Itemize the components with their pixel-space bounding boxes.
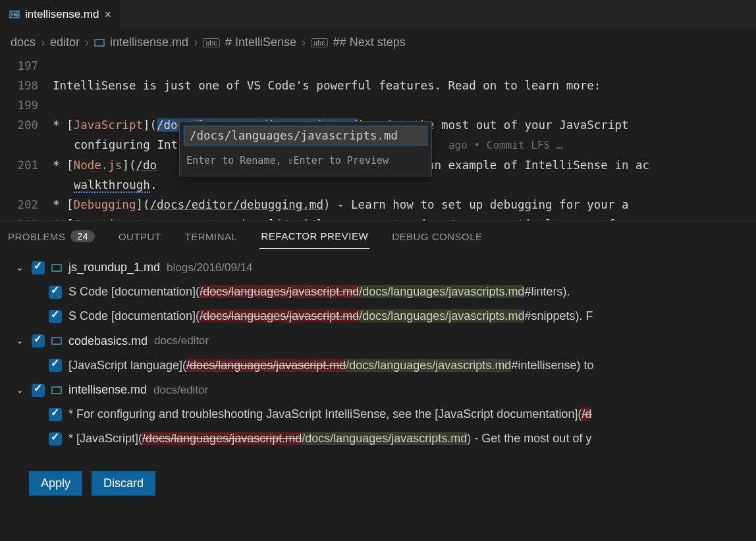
refactor-change-row[interactable]: S Code [documentation](/docs/languages/j…	[0, 280, 756, 304]
file-path: docs/editor	[153, 382, 208, 398]
line-number: 203	[0, 215, 53, 220]
breadcrumb-item[interactable]: docs	[11, 36, 36, 49]
markdown-file-icon	[51, 262, 62, 274]
refactor-preview-tree[interactable]: ⌄js_roundup_1.mdblogs/2016/09/14S Code […	[0, 249, 756, 462]
change-checkbox[interactable]	[49, 359, 62, 372]
code-editor[interactable]: 197 198IntelliSense is just one of VS Co…	[0, 56, 756, 220]
file-name: js_roundup_1.md	[68, 259, 160, 276]
tab-debug-console[interactable]: DEBUG CONSOLE	[391, 227, 483, 249]
change-checkbox[interactable]	[49, 286, 62, 299]
change-checkbox[interactable]	[49, 432, 62, 446]
refactor-change-row[interactable]: [JavaScript language](/docs/languages/ja…	[0, 353, 756, 378]
panel-tab-bar: PROBLEMS 24 OUTPUT TERMINAL REFACTOR PRE…	[0, 221, 756, 249]
file-path: docs/editor	[154, 333, 209, 349]
chevron-down-icon: ⌄	[16, 384, 25, 397]
editor-tab-intellisense[interactable]: intellisense.md ×	[0, 0, 121, 29]
line-number: 201	[0, 155, 53, 175]
code-text: * [Creating Language extensions](/api/la…	[53, 215, 629, 220]
apply-button[interactable]: Apply	[29, 471, 82, 496]
refactor-file-group[interactable]: ⌄intellisense.mddocs/editor	[0, 378, 756, 402]
file-checkbox[interactable]	[32, 384, 45, 397]
markdown-file-icon	[51, 335, 62, 347]
line-number: 202	[0, 195, 53, 215]
chevron-right-icon: ›	[85, 36, 89, 49]
change-checkbox[interactable]	[49, 408, 62, 421]
markdown-file-icon	[9, 9, 20, 20]
markdown-file-icon	[94, 37, 105, 49]
change-checkbox[interactable]	[49, 310, 62, 323]
symbol-string-icon: abc	[203, 38, 220, 47]
tab-terminal[interactable]: TERMINAL	[184, 227, 239, 249]
breadcrumb-item[interactable]: # IntelliSense	[225, 36, 296, 49]
line-number: 200	[0, 115, 53, 135]
refactor-file-group[interactable]: ⌄codebasics.mddocs/editor	[0, 329, 756, 353]
problems-count-badge: 24	[70, 230, 95, 242]
chevron-right-icon: ›	[194, 36, 198, 49]
refactor-change-row[interactable]: S Code [documentation](/docs/languages/j…	[0, 304, 756, 328]
refactor-change-row[interactable]: * For configuring and troubleshooting Ja…	[0, 402, 756, 426]
breadcrumb-item[interactable]: editor	[50, 36, 80, 49]
discard-button[interactable]: Discard	[92, 471, 155, 496]
line-number: 198	[0, 76, 53, 95]
refactor-file-group[interactable]: ⌄js_roundup_1.mdblogs/2016/09/14	[0, 255, 756, 280]
breadcrumb-item[interactable]: ## Next steps	[333, 36, 406, 49]
chevron-down-icon: ⌄	[16, 261, 25, 274]
tab-bar: intellisense.md ×	[0, 0, 756, 29]
tab-output[interactable]: OUTPUT	[117, 227, 163, 249]
line-number: 197	[0, 56, 53, 76]
symbol-string-icon: abc	[311, 38, 328, 47]
file-checkbox[interactable]	[32, 334, 45, 348]
markdown-file-icon	[51, 384, 62, 396]
file-name: intellisense.md	[68, 382, 147, 398]
code-text: * [Debugging](/docs/editor/debugging.md)…	[53, 195, 629, 215]
rename-hint: Enter to Rename, ⇧Enter to Preview	[180, 149, 431, 176]
chevron-down-icon: ⌄	[16, 334, 25, 348]
chevron-right-icon: ›	[302, 36, 306, 49]
line-number: 199	[0, 95, 53, 115]
code-text: IntelliSense is just one of VS Code's po…	[53, 76, 601, 95]
chevron-right-icon: ›	[41, 36, 45, 49]
tab-refactor-preview[interactable]: REFACTOR PREVIEW	[259, 226, 369, 249]
tab-problems[interactable]: PROBLEMS 24	[7, 226, 96, 249]
code-text: walkthrough.	[74, 175, 157, 195]
file-path: blogs/2016/09/14	[167, 260, 252, 276]
file-checkbox[interactable]	[32, 261, 45, 274]
tab-title: intellisense.md	[25, 8, 99, 21]
refactor-actions: Apply Discard	[0, 462, 756, 507]
close-icon[interactable]: ×	[104, 8, 111, 22]
file-name: codebasics.md	[68, 333, 148, 349]
bottom-panel: PROBLEMS 24 OUTPUT TERMINAL REFACTOR PRE…	[0, 220, 756, 507]
breadcrumb[interactable]: docs › editor › intellisense.md › abc # …	[0, 29, 756, 56]
refactor-change-row[interactable]: * [JavaScript](/docs/languages/javascrip…	[0, 426, 756, 451]
breadcrumb-item[interactable]: intellisense.md	[110, 36, 188, 49]
rename-widget: Enter to Rename, ⇧Enter to Preview	[179, 121, 432, 176]
rename-input[interactable]	[184, 126, 427, 145]
